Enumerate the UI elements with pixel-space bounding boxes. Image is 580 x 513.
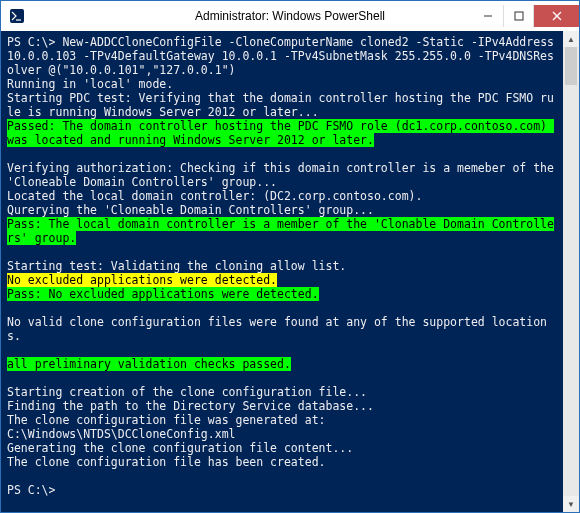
pass-highlight: Pass: The local domain controller is a m… <box>7 217 554 245</box>
output-line: Verifying authorization: Checking if thi… <box>7 161 557 189</box>
pass-highlight: all preliminary validation checks passed… <box>7 357 291 371</box>
output-line: Located the local domain controller: (DC… <box>7 189 557 203</box>
powershell-window: Administrator: Windows PowerShell PS C:\… <box>0 0 580 513</box>
pass-highlight: Passed: The domain controller hosting th… <box>7 119 554 147</box>
pass-highlight: Pass: No excluded applications were dete… <box>7 287 319 301</box>
svg-rect-3 <box>515 12 523 20</box>
scroll-up-button[interactable]: ▲ <box>563 31 579 47</box>
output-line: all preliminary validation checks passed… <box>7 357 557 371</box>
close-button[interactable] <box>533 5 579 27</box>
scroll-thumb[interactable] <box>565 47 577 85</box>
output-line: No valid clone configuration files were … <box>7 315 557 343</box>
blank-line <box>7 301 573 315</box>
minimize-button[interactable] <box>473 5 503 27</box>
powershell-icon <box>9 8 25 24</box>
output-line: Passed: The domain controller hosting th… <box>7 119 557 147</box>
vertical-scrollbar[interactable]: ▲ ▼ <box>563 31 579 512</box>
output-line: Pass: No excluded applications were dete… <box>7 287 557 301</box>
prompt-line: PS C:\> New-ADDCCloneConfigFile -CloneCo… <box>7 35 557 77</box>
command-text: New-ADDCCloneConfigFile -CloneComputerNa… <box>7 35 561 77</box>
scroll-down-button[interactable]: ▼ <box>563 496 579 512</box>
window-title: Administrator: Windows PowerShell <box>195 9 385 23</box>
svg-rect-0 <box>10 9 24 23</box>
prompt: PS C:\> <box>7 35 55 49</box>
maximize-button[interactable] <box>503 5 533 27</box>
output-line: Running in 'local' mode. <box>7 77 557 91</box>
blank-line <box>7 469 573 483</box>
blank-line <box>7 343 573 357</box>
output-line: C:\Windows\NTDS\DCCloneConfig.xml <box>7 427 557 441</box>
scroll-track[interactable] <box>563 47 579 496</box>
blank-line <box>7 147 573 161</box>
output-line: Finding the path to the Directory Servic… <box>7 399 557 413</box>
terminal-area[interactable]: PS C:\> New-ADDCCloneConfigFile -CloneCo… <box>1 31 579 512</box>
output-line: The clone configuration file was generat… <box>7 413 557 427</box>
output-line: Starting creation of the clone configura… <box>7 385 557 399</box>
output-line: No excluded applications were detected. <box>7 273 557 287</box>
output-line: Pass: The local domain controller is a m… <box>7 217 557 245</box>
output-line: The clone configuration file has been cr… <box>7 455 557 469</box>
window-controls <box>473 5 579 27</box>
output-line: Starting PDC test: Verifying that the do… <box>7 91 557 119</box>
output-line: Starting test: Validating the cloning al… <box>7 259 557 273</box>
blank-line <box>7 371 573 385</box>
titlebar[interactable]: Administrator: Windows PowerShell <box>1 1 579 31</box>
prompt-line: PS C:\> <box>7 483 557 497</box>
blank-line <box>7 245 573 259</box>
output-line: Generating the clone configuration file … <box>7 441 557 455</box>
output-line: Qurerying the 'Cloneable Domain Controll… <box>7 203 557 217</box>
warn-highlight: No excluded applications were detected. <box>7 273 277 287</box>
prompt: PS C:\> <box>7 483 55 497</box>
